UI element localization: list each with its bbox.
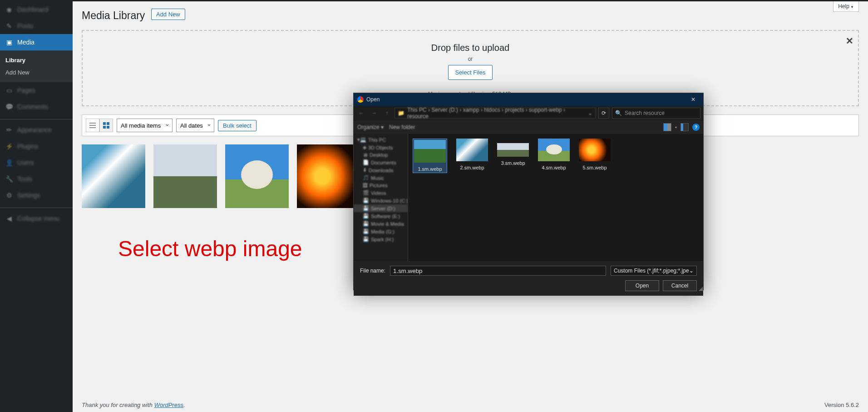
gear-icon: ⚙ xyxy=(5,191,14,200)
wordpress-link[interactable]: WordPress xyxy=(154,402,183,408)
dialog-sidebar-item[interactable]: 💾Spark (H:) xyxy=(354,235,408,243)
svg-rect-5 xyxy=(103,126,106,129)
collapse-icon: ◀ xyxy=(5,214,14,223)
back-icon[interactable]: ← xyxy=(356,108,366,118)
media-item[interactable] xyxy=(82,144,145,208)
dialog-sidebar-item[interactable]: 🎬Videos xyxy=(354,189,408,197)
svg-rect-2 xyxy=(89,127,96,128)
page-title: Media Library xyxy=(82,10,145,22)
sidebar-sub-addnew[interactable]: Add New xyxy=(0,66,73,79)
sidebar-submenu: Library Add New xyxy=(0,50,73,82)
sidebar-item-tools[interactable]: 🔧Tools xyxy=(0,171,73,187)
dialog-sidebar-item[interactable]: ◈3D Objects xyxy=(354,144,408,151)
sidebar-item-pages[interactable]: ▭Pages xyxy=(0,82,73,99)
wrench-icon: 🔧 xyxy=(5,174,14,184)
close-icon[interactable]: ✕ xyxy=(846,35,853,46)
dialog-close-button[interactable]: ✕ xyxy=(687,95,700,104)
sidebar-item-comments[interactable]: 💬Comments xyxy=(0,99,73,115)
svg-rect-4 xyxy=(107,122,109,125)
filename-input[interactable] xyxy=(390,266,606,276)
version-text: Version 5.6.2 xyxy=(824,402,859,408)
search-input[interactable]: 🔍Search resource xyxy=(612,108,700,119)
dialog-sidebar-item[interactable]: 📄Documents xyxy=(354,159,408,166)
dialog-sidebar-item[interactable]: 💾Media (G:) xyxy=(354,228,408,235)
resize-handle[interactable]: ◢ xyxy=(699,285,702,289)
brush-icon: ✏ xyxy=(5,125,14,134)
filter-date-select[interactable]: All dates xyxy=(176,119,214,132)
view-preview-icon[interactable] xyxy=(681,123,689,131)
dialog-sidebar-item[interactable]: 🎵Music xyxy=(354,174,408,182)
svg-rect-3 xyxy=(103,122,106,125)
comment-icon: 💬 xyxy=(5,102,14,111)
forward-icon[interactable]: → xyxy=(369,108,379,118)
view-grid-button[interactable] xyxy=(99,119,113,132)
dialog-sidebar: ▾💻This PC ◈3D Objects 🖥Desktop 📄Document… xyxy=(354,134,408,261)
media-item[interactable] xyxy=(153,144,217,208)
help-tab[interactable]: Help xyxy=(833,1,859,12)
sidebar-item-appearance[interactable]: ✏Appearance xyxy=(0,122,73,138)
filename-label: File name: xyxy=(360,268,385,274)
dialog-toolbar: Organize ▾ New folder ▾ ? xyxy=(354,120,703,134)
organize-menu[interactable]: Organize ▾ xyxy=(357,124,384,130)
dialog-title: Open xyxy=(366,96,380,103)
sidebar-item-users[interactable]: 👤Users xyxy=(0,154,73,171)
up-icon[interactable]: ↑ xyxy=(382,108,392,118)
sidebar-item-collapse[interactable]: ◀Collapse menu xyxy=(0,210,73,227)
sidebar-item-dashboard[interactable]: ◉Dashboard xyxy=(0,1,73,18)
page-icon: ▭ xyxy=(5,86,14,95)
file-item[interactable]: 3.sm.webp xyxy=(497,139,529,166)
footer: Thank you for creating with WordPress. V… xyxy=(73,398,868,412)
media-item[interactable] xyxy=(297,144,360,208)
dialog-sidebar-item[interactable]: 💾Movie & Media xyxy=(354,220,408,228)
pin-icon: ✎ xyxy=(5,21,14,30)
footer-thanks: Thank you for creating with xyxy=(82,402,154,408)
dialog-sidebar-item[interactable]: ⬇Downloads xyxy=(354,166,408,174)
file-item[interactable]: 1.sm.webp xyxy=(413,139,447,173)
file-item[interactable]: 4.sm.webp xyxy=(538,139,570,170)
sidebar-item-posts[interactable]: ✎Posts xyxy=(0,18,73,34)
newfolder-button[interactable]: New folder xyxy=(389,124,415,130)
media-item[interactable] xyxy=(225,144,289,208)
sidebar-item-settings[interactable]: ⚙Settings xyxy=(0,187,73,204)
user-icon: 👤 xyxy=(5,158,14,167)
refresh-button[interactable]: ⟳ xyxy=(598,108,609,119)
chrome-icon xyxy=(357,96,364,103)
dialog-sidebar-item[interactable]: 🖥Desktop xyxy=(354,151,408,159)
open-button[interactable]: Open xyxy=(625,280,659,291)
file-open-dialog: Open ✕ ← → ↑ 📁This PC › Server (D:) › xa… xyxy=(353,93,704,290)
view-thumbnails-icon[interactable] xyxy=(663,123,671,131)
media-icon: ▣ xyxy=(5,38,14,47)
help-icon[interactable]: ? xyxy=(692,124,700,131)
sidebar-item-media[interactable]: ▣Media xyxy=(0,34,73,50)
search-icon: 🔍 xyxy=(615,110,622,116)
annotation-text: Select webp image xyxy=(118,236,302,261)
dialog-sidebar-item[interactable]: 💾Windows-10 (C:) xyxy=(354,197,408,204)
svg-rect-6 xyxy=(107,126,109,129)
breadcrumb[interactable]: 📁This PC › Server (D:) › xampp › htdocs … xyxy=(395,108,596,119)
bulk-select-button[interactable]: Bulk select xyxy=(218,120,256,131)
select-files-button[interactable]: Select Files xyxy=(448,65,492,80)
dialog-sidebar-item[interactable]: 💾Server (D:) xyxy=(354,204,408,212)
dialog-titlebar[interactable]: Open ✕ xyxy=(354,93,703,106)
dialog-file-list: 1.sm.webp 2.sm.webp 3.sm.webp 4.sm.webp … xyxy=(408,134,703,261)
dialog-sidebar-item[interactable]: 🖼Pictures xyxy=(354,182,408,189)
svg-rect-0 xyxy=(89,123,96,124)
svg-rect-1 xyxy=(89,125,96,126)
sidebar-item-plugins[interactable]: ⚡Plugins xyxy=(0,138,73,154)
cancel-button[interactable]: Cancel xyxy=(663,280,697,291)
dialog-sidebar-item[interactable]: 💾Software (E:) xyxy=(354,212,408,220)
drop-title: Drop files to upload xyxy=(92,43,849,53)
plug-icon: ⚡ xyxy=(5,142,14,151)
filter-media-select[interactable]: All media items xyxy=(117,119,173,132)
file-item[interactable]: 5.sm.webp xyxy=(579,139,611,170)
filetype-select[interactable]: Custom Files (*.jfif;*.pjpeg;*.jpe xyxy=(611,266,697,276)
dashboard-icon: ◉ xyxy=(5,5,14,14)
drop-or: or xyxy=(92,56,849,62)
sidebar-sub-library[interactable]: Library xyxy=(0,54,73,66)
file-item[interactable]: 2.sm.webp xyxy=(456,139,488,170)
dialog-bottom: File name: Custom Files (*.jfif;*.pjpeg;… xyxy=(354,261,703,296)
view-list-button[interactable] xyxy=(86,119,99,132)
add-new-button[interactable]: Add New xyxy=(151,9,185,20)
admin-sidebar: ◉Dashboard ✎Posts ▣Media Library Add New… xyxy=(0,0,73,412)
dialog-sidebar-item[interactable]: ▾💻This PC xyxy=(354,136,408,144)
